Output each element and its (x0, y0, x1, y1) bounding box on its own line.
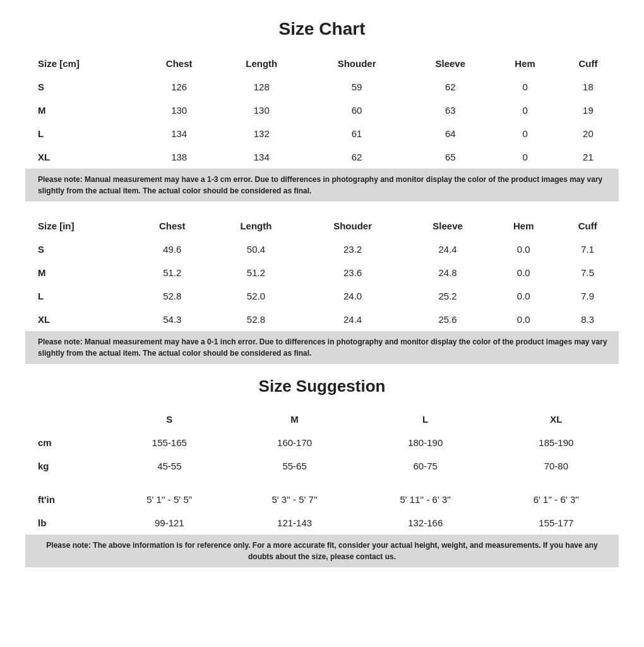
suggestion-col-empty (25, 408, 107, 431)
suggestion-cell: 6' 1'' - 6' 3'' (494, 488, 619, 511)
in-col-hem: Hem (491, 214, 556, 238)
suggestion-header-row: S M L XL (25, 408, 619, 431)
table-cell: M (25, 99, 141, 122)
cm-col-length: Length (218, 52, 306, 75)
cm-col-cuff: Cuff (558, 52, 619, 75)
suggestion-row-label: lb (25, 511, 107, 535)
suggestion-cell: 5' 3'' - 5' 7'' (232, 488, 357, 511)
suggestion-col-l: L (357, 408, 494, 431)
table-cell: 52.8 (212, 308, 301, 331)
suggestion-cell: 160-170 (232, 431, 357, 454)
suggestion-row-label: ft'in (25, 488, 107, 511)
table-row: L52.852.024.025.20.07.9 (25, 284, 619, 308)
table-cell: 24.4 (405, 238, 491, 261)
suggestion-col-s: S (107, 408, 232, 431)
cm-table-section: Size [cm] Chest Length Shouder Sleeve He… (25, 52, 619, 202)
table-row: M1301306063019 (25, 99, 619, 122)
suggestion-cell: 132-166 (357, 511, 494, 535)
table-cell: M (25, 261, 133, 284)
table-cell: 0.0 (491, 308, 556, 331)
table-cell: L (25, 284, 133, 308)
table-row: M51.251.223.624.80.07.5 (25, 261, 619, 284)
table-cell: 0 (492, 145, 557, 169)
table-cell: 19 (558, 99, 619, 122)
in-col-size: Size [in] (25, 214, 133, 238)
list-item: kg45-5555-6560-7570-80 (25, 454, 619, 478)
cm-note-row: Please note: Manual measurement may have… (25, 169, 619, 202)
table-row: XL1381346265021 (25, 145, 619, 169)
suggestion-note-row: Please note: The above information is fo… (25, 535, 619, 567)
table-cell: 130 (218, 99, 306, 122)
table-cell: 64 (408, 122, 492, 145)
table-cell: S (25, 238, 133, 261)
table-cell: 134 (141, 122, 218, 145)
suggestion-section: Size Suggestion S M L XL cm155-165160-17… (25, 377, 619, 567)
cm-col-hem: Hem (492, 52, 557, 75)
in-header-row: Size [in] Chest Length Shouder Sleeve He… (25, 214, 619, 238)
suggestion-cell: 155-165 (107, 431, 232, 454)
suggestion-note-text: Please note: The above information is fo… (25, 535, 619, 567)
table-cell: 62 (408, 75, 492, 99)
table-cell: XL (25, 308, 133, 331)
table-cell: 61 (306, 122, 408, 145)
table-cell: 54.3 (133, 308, 212, 331)
in-note-row: Please note: Manual measurement may have… (25, 331, 619, 364)
in-size-table: Size [in] Chest Length Shouder Sleeve He… (25, 214, 619, 364)
suggestion-row-label: cm (25, 431, 107, 454)
suggestion-cell: 99-121 (107, 511, 232, 535)
table-cell: 24.0 (301, 284, 405, 308)
table-cell: 51.2 (212, 261, 301, 284)
table-cell: 50.4 (212, 238, 301, 261)
table-cell: 62 (306, 145, 408, 169)
in-note-text: Please note: Manual measurement may have… (25, 331, 619, 364)
divider-row (25, 478, 619, 488)
in-col-sleeve: Sleeve (405, 214, 491, 238)
table-cell: 0 (492, 99, 557, 122)
list-item: lb99-121121-143132-166155-177 (25, 511, 619, 535)
table-cell: XL (25, 145, 141, 169)
table-cell: 25.2 (405, 284, 491, 308)
table-row: L1341326164020 (25, 122, 619, 145)
table-cell: 0 (492, 122, 557, 145)
table-cell: 20 (558, 122, 619, 145)
suggestion-title: Size Suggestion (25, 377, 619, 396)
table-cell: S (25, 75, 141, 99)
table-row: S1261285962018 (25, 75, 619, 99)
suggestion-cell: 180-190 (357, 431, 494, 454)
table-cell: 25.6 (405, 308, 491, 331)
table-cell: 24.4 (301, 308, 405, 331)
table-cell: L (25, 122, 141, 145)
in-col-length: Length (212, 214, 301, 238)
suggestion-col-m: M (232, 408, 357, 431)
suggestion-table: S M L XL cm155-165160-170180-190185-190k… (25, 408, 619, 567)
table-cell: 0.0 (491, 261, 556, 284)
cm-col-shouder: Shouder (306, 52, 408, 75)
table-cell: 51.2 (133, 261, 212, 284)
suggestion-cell: 45-55 (107, 454, 232, 478)
table-cell: 21 (558, 145, 619, 169)
suggestion-cell: 70-80 (494, 454, 619, 478)
table-cell: 128 (218, 75, 306, 99)
cm-note-text: Please note: Manual measurement may have… (25, 169, 619, 202)
cm-size-table: Size [cm] Chest Length Shouder Sleeve He… (25, 52, 619, 202)
table-row: S49.650.423.224.40.07.1 (25, 238, 619, 261)
list-item: ft'in5' 1'' - 5' 5''5' 3'' - 5' 7''5' 11… (25, 488, 619, 511)
in-table-section: Size [in] Chest Length Shouder Sleeve He… (25, 214, 619, 364)
table-cell: 60 (306, 99, 408, 122)
table-cell: 65 (408, 145, 492, 169)
table-cell: 24.8 (405, 261, 491, 284)
table-cell: 0.0 (491, 284, 556, 308)
table-cell: 8.3 (556, 308, 619, 331)
suggestion-cell: 121-143 (232, 511, 357, 535)
page-title: Size Chart (25, 19, 619, 39)
table-cell: 132 (218, 122, 306, 145)
table-cell: 126 (141, 75, 218, 99)
table-cell: 0 (492, 75, 557, 99)
suggestion-cell: 5' 11'' - 6' 3'' (357, 488, 494, 511)
table-cell: 7.1 (556, 238, 619, 261)
table-cell: 7.9 (556, 284, 619, 308)
table-cell: 23.2 (301, 238, 405, 261)
in-col-shouder: Shouder (301, 214, 405, 238)
in-col-chest: Chest (133, 214, 212, 238)
table-cell: 138 (141, 145, 218, 169)
